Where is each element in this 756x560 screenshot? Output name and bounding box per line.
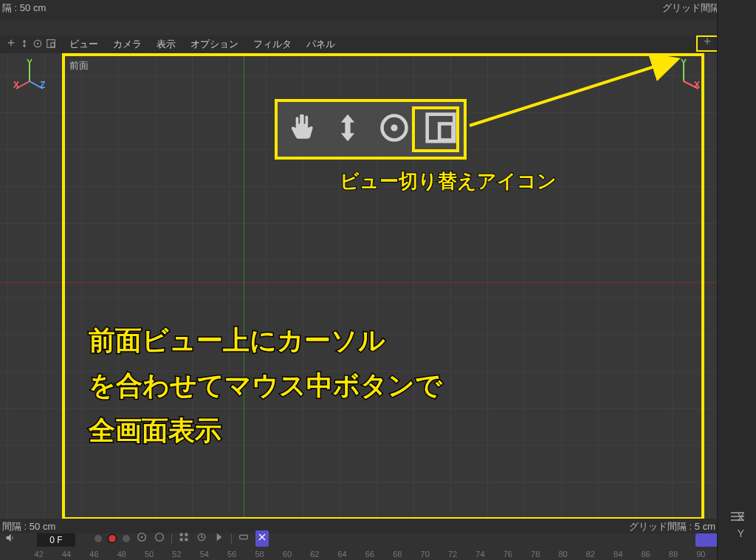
layout-toggle-icon[interactable] [46,38,56,51]
right-sidebar: X Y [717,0,756,560]
timeline-tool-icon[interactable] [238,531,250,546]
callout-label: ビュー切り替えアイコン [340,168,557,194]
menu-display[interactable]: 表示 [152,36,180,52]
zoom-icon[interactable] [19,38,30,51]
svg-rect-22 [185,533,188,536]
ruler-tick: 88 [659,550,687,559]
ruler-tick: 76 [494,550,521,559]
orbit-icon [378,112,410,147]
ruler-tick: 56 [219,550,246,559]
gizmo-y-label: Y [681,58,687,68]
ruler-tick: 64 [329,550,356,559]
ruler-tick: 86 [632,550,659,559]
ruler-tick: 80 [549,550,577,559]
svg-point-14 [391,124,397,131]
gizmo-x-label: X [13,80,19,90]
axis-gizmo-top-right: Y X [666,59,706,99]
zoom-icon [331,112,364,147]
svg-rect-24 [185,538,188,541]
instruction-text: 前面ビュー上にカーソル を合わせてマウス中ボタンで 全画面表示 [89,318,442,454]
ruler-tick: 82 [577,550,604,559]
svg-rect-3 [51,42,55,47]
ruler-tick: 62 [301,550,329,559]
ruler-tick: 50 [135,550,162,559]
svg-point-20 [156,533,164,542]
ruler-tick: 54 [190,550,218,559]
gizmo-x-label: X [694,80,700,90]
ruler-tick: 78 [521,550,549,559]
viewport-label: 前面 [69,59,89,72]
menu-filter[interactable]: フィルタ [249,36,296,52]
viewport-menubar: ビュー カメラ 表示 オプション フィルタ パネル [0,35,756,53]
record-icon[interactable] [108,534,117,543]
grid-spacing-bottom-right: グリッド間隔 : 5 cm [629,520,715,533]
menu-panel[interactable]: パネル [302,36,340,52]
keyframe-dot-icon[interactable] [123,535,130,542]
ruler-tick: 74 [467,550,494,559]
timeline-tool-icon[interactable] [154,531,165,546]
timeline-tool-icon[interactable] [196,531,207,546]
sound-icon[interactable] [4,532,16,547]
timeline-tool-icon[interactable] [213,531,225,546]
svg-rect-23 [180,538,183,541]
svg-rect-21 [180,533,183,536]
orbit-icon[interactable] [32,38,43,51]
grid-spacing-top-left: 隔 : 50 cm [2,1,46,15]
divider [231,533,232,544]
keyframe-dot-icon[interactable] [94,535,102,542]
ruler-tick: 72 [439,550,466,559]
divider [171,533,172,544]
ruler-tick: 60 [273,550,300,559]
ruler-tick: 70 [411,550,439,559]
ruler-tick: 90 [687,550,715,559]
pan-icon[interactable] [6,38,16,51]
axis-y-label: Y [738,527,744,539]
ruler-tick: 84 [605,550,632,559]
gizmo-z-label: Z [40,80,45,90]
menu-camera[interactable]: カメラ [109,36,146,52]
timeline-tool-icon[interactable] [255,530,269,547]
view-switch-callout [275,99,467,160]
highlight-layout-toggle [412,106,459,152]
ruler-tick: 68 [384,550,411,559]
menu-options[interactable]: オプション [186,36,243,52]
ruler-tick: 48 [108,550,135,559]
timeline-ruler[interactable]: 42 44 46 48 50 52 54 56 58 60 62 64 66 6… [22,548,718,560]
timeline-tool-icon[interactable] [136,531,148,546]
top-info-strip: 隔 : 50 cm グリッド間隔 : 50 cm [0,0,756,21]
timeline-controls [94,530,269,547]
menu-view[interactable]: ビュー [65,36,103,52]
pan-icon [285,112,317,147]
svg-rect-26 [240,535,248,539]
gizmo-y-label: Y [27,58,32,68]
ruler-tick: 66 [356,550,383,559]
svg-point-1 [37,42,38,44]
axis-x-line [0,282,718,283]
ruler-tick: 42 [25,550,52,559]
svg-point-19 [141,536,143,539]
axis-x-label: X [738,511,744,523]
timeline-tool-icon[interactable] [178,531,190,546]
ruler-tick: 52 [163,550,190,559]
current-frame[interactable]: 0 F [37,533,75,547]
axis-gizmo-top-left: Y X Z [12,59,52,99]
timeline-mode-button[interactable] [695,533,718,547]
ruler-tick: 46 [80,550,108,559]
ruler-tick: 58 [246,550,273,559]
ruler-tick: 44 [52,550,80,559]
pan-icon[interactable] [702,37,712,50]
